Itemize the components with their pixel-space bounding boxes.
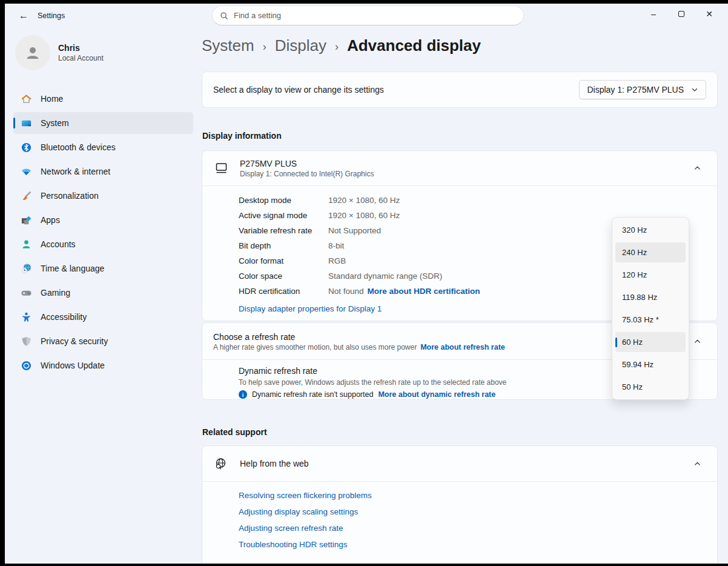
sidebar-item-gaming[interactable]: Gaming xyxy=(13,282,193,304)
screen-edge-bottom xyxy=(0,564,728,566)
home-icon xyxy=(21,93,32,105)
menu-item-320hz[interactable]: 320 Hz xyxy=(612,219,689,241)
row-label: Color space xyxy=(239,271,328,281)
avatar xyxy=(15,35,50,70)
sidebar-item-system[interactable]: System xyxy=(13,112,193,134)
more-about-dynamic-refresh-rate-link[interactable]: More about dynamic refresh rate xyxy=(378,390,495,399)
more-about-refresh-rate-link[interactable]: More about refresh rate xyxy=(420,343,505,351)
display-device-name: P275MV PLUS xyxy=(240,159,374,168)
sidebar-item-network-internet[interactable]: Network & internet xyxy=(13,161,193,182)
breadcrumb-display[interactable]: Display xyxy=(275,36,326,55)
sidebar-item-label: System xyxy=(41,118,69,128)
help-link-refresh-rate[interactable]: Adjusting screen refresh rate xyxy=(239,524,717,533)
help-header[interactable]: Help from the web xyxy=(202,446,717,481)
selected-indicator xyxy=(13,118,15,128)
web-help-icon xyxy=(214,458,230,470)
display-info-header[interactable]: P275MV PLUS Display 1: Connected to Inte… xyxy=(202,151,717,185)
help-link-hdr-settings[interactable]: Troubleshooting HDR settings xyxy=(239,540,717,549)
row-label: Color format xyxy=(239,256,328,265)
sidebar-item-accounts[interactable]: Accounts xyxy=(13,233,193,255)
sidebar-item-privacy-security[interactable]: Privacy & security xyxy=(13,330,193,352)
gaming-icon xyxy=(21,287,32,299)
user-profile[interactable]: Chris Local Account xyxy=(15,35,104,70)
row-value: Not Supported xyxy=(328,226,381,235)
sidebar-item-accessibility[interactable]: Accessibility xyxy=(13,306,193,328)
sidebar-item-apps[interactable]: Apps xyxy=(13,209,193,231)
row-value: Not found xyxy=(328,287,364,296)
accessibility-icon xyxy=(21,311,32,323)
time-language-icon xyxy=(21,263,32,275)
table-row: Desktop mode1920 × 1080, 60 Hz xyxy=(239,193,717,208)
help-links: Resolving screen flickering problems Adj… xyxy=(202,482,717,549)
sidebar: Chris Local Account Home System Bluetoot… xyxy=(5,0,202,566)
row-value: 8-bit xyxy=(328,241,344,250)
sidebar-item-label: Bluetooth & devices xyxy=(41,142,116,152)
menu-item-59-94hz[interactable]: 59.94 Hz xyxy=(612,353,689,376)
display-information-heading: Display information xyxy=(202,131,282,141)
refresh-rate-menu: 320 Hz 240 Hz 120 Hz 119.88 Hz 75.03 Hz … xyxy=(612,217,689,400)
row-value: 1920 × 1080, 60 Hz xyxy=(328,211,400,220)
shield-icon xyxy=(21,336,32,347)
chevron-down-icon xyxy=(691,86,698,93)
chevron-up-icon[interactable] xyxy=(693,460,701,468)
breadcrumb-separator: › xyxy=(263,39,266,53)
chevron-up-icon[interactable] xyxy=(693,338,701,345)
brush-icon xyxy=(21,190,32,202)
related-support-heading: Related support xyxy=(202,427,267,437)
menu-item-119-88hz[interactable]: 119.88 Hz xyxy=(612,286,689,308)
sidebar-nav: Home System Bluetooth & devices Network … xyxy=(13,88,193,379)
screen-edge-left xyxy=(0,0,5,566)
apps-icon xyxy=(21,215,32,226)
breadcrumb-separator: › xyxy=(335,39,339,53)
sidebar-item-personalization[interactable]: Personalization xyxy=(13,185,193,207)
sidebar-item-home[interactable]: Home xyxy=(13,88,193,110)
sidebar-item-time-language[interactable]: Time & language xyxy=(13,258,193,279)
display-adapter-properties-link[interactable]: Display adapter properties for Display 1 xyxy=(239,304,382,313)
row-label: Desktop mode xyxy=(239,196,328,205)
sidebar-item-label: Gaming xyxy=(41,288,70,298)
screen-edge-top xyxy=(0,0,728,4)
menu-item-75-03hz[interactable]: 75.03 Hz * xyxy=(612,308,689,331)
sidebar-item-label: Windows Update xyxy=(41,361,105,370)
bluetooth-icon xyxy=(21,142,32,153)
sidebar-item-bluetooth-devices[interactable]: Bluetooth & devices xyxy=(13,136,193,158)
select-display-label: Select a display to view or change its s… xyxy=(213,85,384,95)
system-icon xyxy=(21,118,32,129)
sidebar-item-label: Accounts xyxy=(41,239,76,249)
help-link-screen-flickering[interactable]: Resolving screen flickering problems xyxy=(239,491,717,500)
select-display-card: Select a display to view or change its s… xyxy=(202,72,718,108)
refresh-rate-subtitle: A higher rate gives smoother motion, but… xyxy=(213,343,417,351)
menu-item-240hz[interactable]: 240 Hz xyxy=(612,241,689,264)
chevron-up-icon[interactable] xyxy=(693,164,701,172)
row-label: HDR certification xyxy=(239,287,328,296)
breadcrumb-system[interactable]: System xyxy=(202,36,254,55)
row-label: Variable refresh rate xyxy=(239,226,328,235)
menu-item-120hz[interactable]: 120 Hz xyxy=(612,264,689,286)
hdr-certification-link[interactable]: More about HDR certification xyxy=(368,287,480,296)
sidebar-item-label: Accessibility xyxy=(41,312,87,322)
maximize-button[interactable] xyxy=(667,4,695,24)
monitor-icon xyxy=(214,162,230,174)
person-icon xyxy=(24,44,42,62)
minimize-button[interactable]: – xyxy=(640,4,667,24)
menu-item-50hz[interactable]: 50 Hz xyxy=(612,376,689,398)
user-account-type: Local Account xyxy=(58,54,104,62)
close-button[interactable]: ✕ xyxy=(695,4,723,24)
refresh-rate-title: Choose a refresh rate xyxy=(213,332,505,342)
display-selector-dropdown[interactable]: Display 1: P275MV PLUS xyxy=(579,80,706,99)
display-device-subtitle: Display 1: Connected to Intel(R) Graphic… xyxy=(240,170,374,178)
sidebar-item-label: Apps xyxy=(41,215,60,225)
windows-update-icon xyxy=(21,360,32,371)
sidebar-item-label: Privacy & security xyxy=(41,336,108,346)
sidebar-item-label: Time & language xyxy=(41,264,104,273)
row-value: Standard dynamic range (SDR) xyxy=(328,271,442,281)
help-card-title: Help from the web xyxy=(240,459,309,468)
menu-item-60hz[interactable]: 60 Hz xyxy=(612,331,689,353)
row-label: Bit depth xyxy=(239,241,328,250)
row-label: Active signal mode xyxy=(239,211,328,220)
breadcrumb: System › Display › Advanced display xyxy=(202,36,481,55)
help-link-display-scaling[interactable]: Adjusting display scaling settings xyxy=(239,507,717,516)
sidebar-item-label: Home xyxy=(41,94,63,104)
wifi-icon xyxy=(21,166,32,178)
sidebar-item-windows-update[interactable]: Windows Update xyxy=(13,355,193,376)
